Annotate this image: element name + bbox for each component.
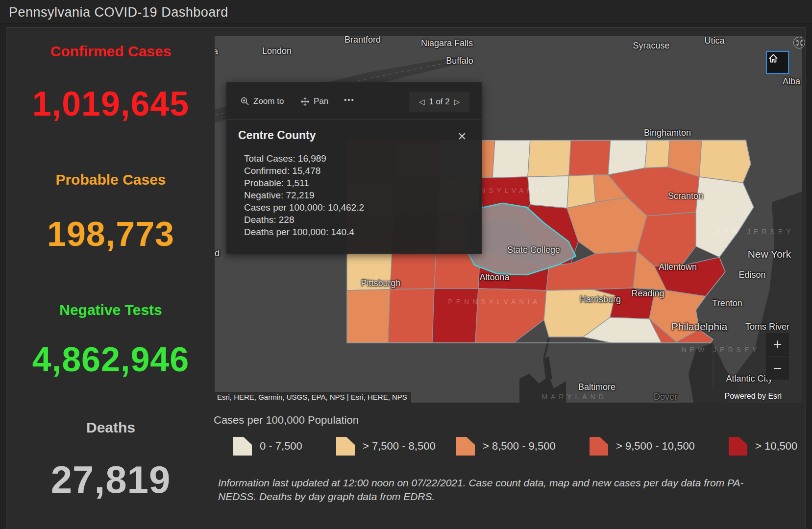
zoom-to-button[interactable]: Zoom to	[240, 94, 284, 109]
popup-field: Total Cases: 16,989	[244, 152, 364, 165]
legend-item: 0 - 7,500	[233, 436, 302, 456]
popup-field: Cases per 100,000: 10,462.2	[244, 201, 364, 214]
popup-pagination: ◁ 1 of 2 ▷	[409, 92, 469, 112]
next-feature-button[interactable]: ▷	[454, 97, 460, 106]
minus-icon: −	[773, 360, 782, 377]
negative-tests-label: Negative Tests	[7, 302, 215, 318]
pan-icon	[300, 96, 310, 107]
county-shape[interactable]	[492, 139, 530, 178]
map-city-label: Buffalo	[446, 56, 473, 66]
zoom-in-button[interactable]: +	[766, 333, 789, 356]
map-city-label: State College	[507, 245, 560, 255]
expand-icon	[796, 39, 803, 47]
legend-swatch	[336, 437, 355, 456]
legend-label: > 9,500 - 10,500	[616, 440, 695, 453]
map-city-label: Edison	[738, 270, 765, 280]
map-city-label: d	[215, 248, 220, 259]
close-icon[interactable]: ×	[458, 130, 467, 142]
popup-fields: Total Cases: 16,989Confirmed: 15,478Prob…	[244, 152, 364, 238]
legend-swatch	[233, 437, 252, 456]
deaths-value: 27,819	[7, 457, 215, 502]
county-shape[interactable]	[645, 139, 670, 168]
county-shape[interactable]	[699, 139, 751, 183]
deaths-label: Deaths	[7, 419, 215, 436]
county-shape[interactable]	[432, 289, 478, 343]
county-shape[interactable]	[347, 289, 390, 343]
home-button[interactable]	[766, 51, 789, 74]
map-attribution: Esri, HERE, Garmin, USGS, EPA, NPS | Esr…	[215, 392, 411, 403]
more-options-button[interactable]: •••	[344, 92, 355, 107]
map-region-label: MARYLAND	[541, 393, 607, 401]
pan-label: Pan	[314, 96, 328, 106]
county-shape[interactable]	[475, 289, 546, 343]
map-city-label: Pittsburgh	[361, 278, 400, 289]
map-city-label: Reading	[631, 289, 664, 299]
plus-icon: +	[773, 336, 782, 353]
legend-item: > 8,500 - 9,500	[456, 436, 556, 456]
previous-feature-button[interactable]: ◁	[419, 97, 425, 106]
map-region-label: PENNSYLVANIA	[448, 298, 541, 306]
map-city-label: London	[262, 46, 292, 56]
map-city-label: Altoona	[479, 272, 509, 283]
app-title: Pennsylvania COVID-19 Dashboard	[9, 5, 228, 20]
legend-label: > 8,500 - 9,500	[483, 440, 556, 453]
map-city-label: Toms River	[745, 322, 789, 332]
magnifier-plus-icon	[240, 96, 250, 106]
confirmed-cases-label: Confirmed Cases	[7, 43, 215, 60]
popup-title: Centre County	[238, 129, 316, 142]
map-city-label: Brantford	[344, 36, 381, 45]
map-region-label: NEW JERSEY	[715, 228, 794, 236]
legend-label: > 7,500 - 8,500	[363, 440, 436, 453]
legend-item: > 10,500	[729, 436, 797, 456]
county-shape[interactable]	[528, 139, 571, 177]
powered-by-esri-link[interactable]: Powered by Esri	[725, 392, 782, 401]
pagination-label: 1 of 2	[429, 97, 450, 107]
county-shape[interactable]	[696, 177, 754, 257]
map-city-label: Harrisburg	[580, 294, 621, 305]
map-city-label: Niagara Falls	[421, 38, 473, 48]
popup-toolbar: Zoom to Pan ••• ◁ 1 of 2 ▷	[226, 82, 482, 120]
legend-swatch	[590, 437, 608, 456]
probable-cases-label: Probable Cases	[7, 171, 215, 188]
popup-field: Confirmed: 15,478	[244, 165, 364, 177]
map-city-label: Baltimore	[578, 382, 615, 392]
dashboard: Pennsylvania COVID-19 Dashboard Confirme…	[0, 0, 812, 529]
legend-title: Cases per 100,000 Population	[214, 414, 359, 427]
map-city-label: Dover	[654, 392, 677, 402]
legend-item: > 9,500 - 10,500	[590, 436, 695, 456]
ellipsis-icon: •••	[344, 96, 355, 104]
home-icon	[767, 52, 780, 65]
legend-label: 0 - 7,500	[260, 440, 302, 453]
popup-field: Deaths: 228	[244, 214, 364, 226]
fullscreen-button[interactable]	[793, 37, 805, 48]
legend-item: > 7,500 - 8,500	[336, 436, 436, 456]
zoom-to-label: Zoom to	[253, 96, 284, 106]
county-shape[interactable]	[388, 289, 434, 343]
probable-cases-value: 198,773	[7, 215, 215, 254]
map-city-label: a	[215, 47, 218, 57]
county-shape[interactable]	[569, 139, 611, 176]
map-city-label: Syracuse	[633, 41, 669, 51]
map-region-label: NEW JERSEY	[681, 346, 760, 354]
negative-tests-value: 4,862,946	[7, 340, 215, 379]
legend-swatch	[456, 437, 475, 456]
map-city-label: New York	[748, 248, 791, 260]
map-popup: Zoom to Pan ••• ◁ 1 of 2 ▷ Centre County…	[226, 82, 482, 254]
popup-field: Probable: 1,511	[244, 177, 364, 189]
county-shape[interactable]	[637, 212, 696, 266]
county-shape[interactable]	[567, 197, 647, 254]
map-city-label: Utica	[704, 36, 724, 46]
pan-button[interactable]: Pan	[300, 94, 328, 109]
map-city-label: Trenton	[712, 298, 742, 309]
footer-note: Information last updated at 12:00 noon o…	[218, 476, 757, 504]
popup-field: Deaths per 100,000: 140.4	[244, 226, 364, 238]
map-city-label: Binghamton	[644, 128, 691, 138]
map-city-label: Alba	[783, 76, 800, 87]
popup-field: Negative: 72,219	[244, 189, 364, 201]
confirmed-cases-value: 1,019,645	[7, 84, 215, 123]
zoom-out-button[interactable]: −	[766, 357, 789, 380]
map-city-label: Philadelphia	[671, 321, 727, 333]
legend-label: > 10,500	[755, 440, 797, 453]
app-header: Pennsylvania COVID-19 Dashboard	[0, 0, 812, 24]
map-city-label: Scranton	[668, 191, 703, 201]
